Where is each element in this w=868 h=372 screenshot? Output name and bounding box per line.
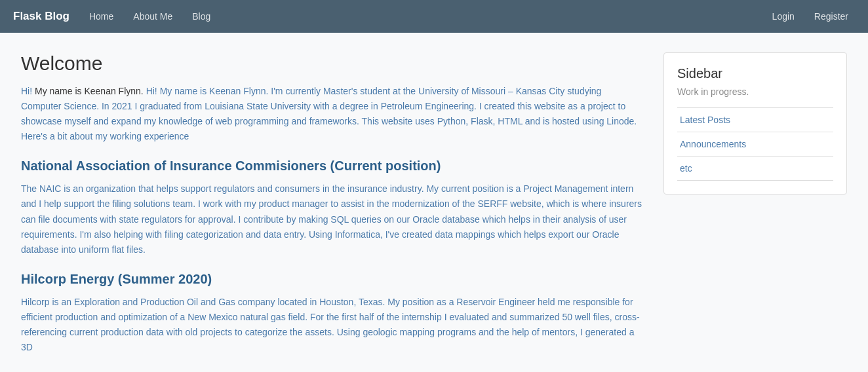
sidebar: Sidebar Work in progress. Latest Posts A…	[663, 52, 847, 369]
nav-about[interactable]: About Me	[127, 7, 179, 26]
page-title: Welcome	[21, 52, 644, 75]
intro-hi: Hi!	[21, 86, 35, 96]
navbar-right: Login Register	[766, 7, 855, 26]
sidebar-list: Latest Posts Announcements etc	[677, 107, 833, 181]
section-title-naic: National Association of Insurance Commis…	[21, 158, 644, 174]
nav-login[interactable]: Login	[766, 7, 801, 26]
navbar-nav: Home About Me Blog	[83, 7, 766, 26]
sidebar-card: Sidebar Work in progress. Latest Posts A…	[663, 52, 847, 195]
navbar: Flask Blog Home About Me Blog Login Regi…	[0, 0, 868, 33]
section-body-naic: The NAIC is an organization that helps s…	[21, 181, 644, 257]
navbar-brand[interactable]: Flask Blog	[13, 10, 69, 23]
sidebar-title: Sidebar	[677, 66, 833, 81]
nav-home[interactable]: Home	[83, 7, 120, 26]
sidebar-item-etc[interactable]: etc	[677, 157, 833, 181]
nav-blog[interactable]: Blog	[186, 7, 217, 26]
nav-register[interactable]: Register	[808, 7, 855, 26]
intro-paragraph: Hi! My name is Keenan Flynn. Hi! My name…	[21, 84, 644, 144]
section-title-hilcorp: Hilcorp Energy (Summer 2020)	[21, 272, 644, 287]
hilcorp-text: Hilcorp is an Exploration and Production…	[21, 297, 640, 352]
naic-text: The NAIC is an organization that helps s…	[21, 183, 642, 254]
sidebar-item-latest-posts[interactable]: Latest Posts	[677, 108, 833, 132]
section-body-hilcorp: Hilcorp is an Exploration and Production…	[21, 295, 644, 355]
main-content: Welcome Hi! My name is Keenan Flynn. Hi!…	[21, 52, 644, 369]
sidebar-subtitle: Work in progress.	[677, 86, 833, 97]
sidebar-item-announcements[interactable]: Announcements	[677, 132, 833, 157]
page-container: Welcome Hi! My name is Keenan Flynn. Hi!…	[8, 52, 860, 369]
intro-name: My name is Keenan Flynn.	[35, 86, 146, 96]
